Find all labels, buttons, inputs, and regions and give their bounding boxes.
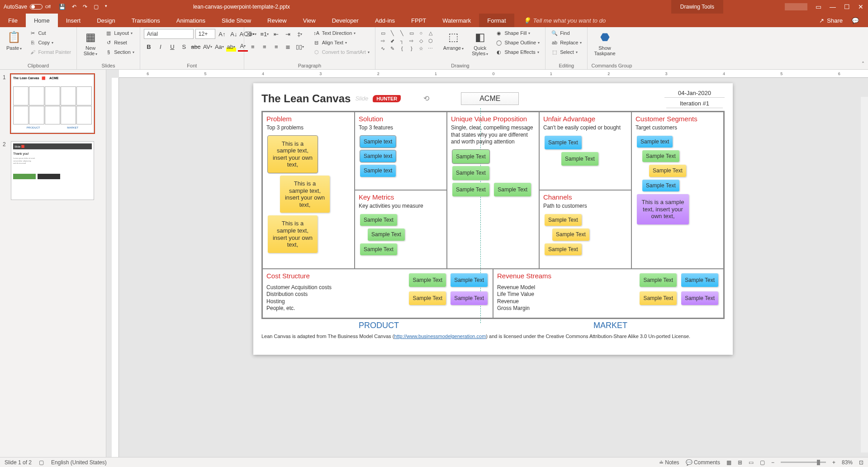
shape-curve-icon[interactable]: ∿ <box>379 45 387 52</box>
advantage-sticky-2[interactable]: Sample Text <box>561 152 598 166</box>
tab-fppt[interactable]: FPPT <box>403 14 434 27</box>
shape-star-icon[interactable]: ☆ <box>417 45 425 52</box>
indent-dec-icon[interactable]: ⇤ <box>271 29 281 39</box>
shape-tri-icon[interactable]: △ <box>427 30 435 36</box>
shape-arrow1-icon[interactable]: ⇨ <box>379 38 387 44</box>
tab-addins[interactable]: Add-ins <box>367 14 403 27</box>
present-icon[interactable]: ▢ <box>94 4 99 10</box>
quick-styles-button[interactable]: ◧Quick Styles <box>469 29 491 57</box>
tab-view[interactable]: View <box>295 14 324 27</box>
align-center-icon[interactable]: ≡ <box>260 42 270 52</box>
shape-fill-button[interactable]: ◉Shape Fill <box>493 29 541 37</box>
problem-sticky-1[interactable]: This is a sample text, insert your own t… <box>268 136 318 173</box>
shape-rect-icon[interactable]: ▭ <box>379 30 387 36</box>
section-button[interactable]: §Section <box>103 48 136 56</box>
tab-home[interactable]: Home <box>26 14 58 27</box>
uvp-sticky-1[interactable]: Sample Text <box>452 150 489 163</box>
align-text-button[interactable]: ⊟Align Text <box>311 38 371 47</box>
revenue-sticky-4[interactable]: Sample Text <box>681 291 718 305</box>
keymetrics-sticky-3[interactable]: Sample Text <box>360 243 397 255</box>
autosave-toggle[interactable]: AutoSave Off <box>0 4 54 10</box>
segments-sticky-1[interactable]: Sample text <box>637 136 673 148</box>
tab-watermark[interactable]: Watermark <box>434 14 479 27</box>
paste-button[interactable]: 📋 Paste <box>4 29 24 52</box>
segments-sticky-5[interactable]: This is a sample text, insert your own t… <box>637 194 689 224</box>
share-button[interactable]: ↗ Share 💬 <box>810 14 868 27</box>
channels-sticky-3[interactable]: Sample Text <box>545 243 582 255</box>
revenue-sticky-1[interactable]: Sample Text <box>640 273 677 287</box>
cost-sticky-4[interactable]: Sample Text <box>451 291 488 305</box>
strike-icon[interactable]: abc <box>191 42 201 52</box>
thumbnail-2[interactable]: 2 Slide 🟥 Thank you! Lorem ipsum dolor s… <box>3 141 103 200</box>
shape-line2-icon[interactable]: ╲ <box>398 30 406 36</box>
problem-sticky-2[interactable]: This is a sample text, insert your own t… <box>280 176 330 213</box>
thumbnail-1[interactable]: 1 The Lean Canvas 🟥 ACME PRODUCTMARKET <box>3 74 103 133</box>
keymetrics-sticky-1[interactable]: Sample Text <box>360 214 397 226</box>
channels-sticky-2[interactable]: Sample Text <box>552 229 589 240</box>
uvp-sticky-3[interactable]: Sample Text <box>452 183 489 196</box>
font-name-combo[interactable]: Arial <box>144 29 194 39</box>
collapse-ribbon-icon[interactable]: ˄ <box>862 61 864 67</box>
increase-font-icon[interactable]: A↑ <box>217 29 227 39</box>
cell-solution[interactable]: Solution Top 3 features Sample text Samp… <box>355 112 447 190</box>
shapes-gallery[interactable]: ▭╲╲▭○△ ⇨⬋┐⇨◇⬡ ∿✎{}☆⋯ <box>379 29 438 52</box>
tab-format[interactable]: Format <box>479 14 514 27</box>
user-badge[interactable] <box>785 3 807 10</box>
vertical-scrollbar[interactable] <box>861 97 868 453</box>
shape-outline-button[interactable]: ◯Shape Outline <box>493 38 541 47</box>
normal-view-icon[interactable]: ▦ <box>726 459 731 466</box>
cell-uvp[interactable]: Unique Value Proposition Single, clear, … <box>447 112 539 269</box>
cell-revenue[interactable]: Revenue Streams Revenue Model Life Time … <box>493 269 724 318</box>
autosave-switch[interactable] <box>30 4 43 10</box>
char-spacing-icon[interactable]: AV <box>203 42 213 52</box>
shape-arrow3-icon[interactable]: ⇨ <box>408 38 416 44</box>
bullets-icon[interactable]: ≡• <box>248 29 258 39</box>
qat-more-icon[interactable]: ▾ <box>105 4 107 10</box>
tab-review[interactable]: Review <box>259 14 295 27</box>
copy-button[interactable]: ⎘Copy <box>27 38 73 47</box>
slideshow-view-icon[interactable]: ▢ <box>760 459 765 466</box>
shadow-icon[interactable]: S <box>179 42 189 52</box>
slide-canvas[interactable]: The Lean Canvas Slide HUNTER ⟲ ACME 04-J… <box>253 83 733 355</box>
align-left-icon[interactable]: ≡ <box>248 42 258 52</box>
uvp-sticky-2[interactable]: Sample Text <box>452 166 489 180</box>
cell-keymetrics[interactable]: Key Metrics Key activities you measure S… <box>355 190 447 268</box>
shape-brace1-icon[interactable]: { <box>398 45 406 52</box>
cost-sticky-1[interactable]: Sample Text <box>409 273 446 287</box>
tab-transitions[interactable]: Transitions <box>123 14 168 27</box>
justify-icon[interactable]: ≣ <box>283 42 293 52</box>
accessibility-icon[interactable]: ▢ <box>39 459 44 466</box>
notes-button[interactable]: ≐ Notes <box>659 459 679 466</box>
zoom-out-icon[interactable]: − <box>771 459 774 466</box>
align-right-icon[interactable]: ≡ <box>271 42 281 52</box>
rotate-handle-header[interactable]: ⟲ <box>423 94 429 103</box>
footer-link[interactable]: http://www.businessmodelgeneration.com <box>394 334 486 339</box>
slide-count[interactable]: Slide 1 of 2 <box>5 459 32 466</box>
canvas-title[interactable]: The Lean Canvas <box>261 92 351 105</box>
maximize-icon[interactable]: ☐ <box>844 3 850 10</box>
solution-sticky-1[interactable]: Sample text <box>360 136 396 148</box>
fit-window-icon[interactable]: ⊡ <box>859 459 863 466</box>
decrease-font-icon[interactable]: A↓ <box>229 29 239 39</box>
bold-icon[interactable]: B <box>144 42 154 52</box>
zoom-in-icon[interactable]: + <box>832 459 835 466</box>
problem-sticky-3[interactable]: This is a sample text, insert your own t… <box>268 215 318 253</box>
tab-developer[interactable]: Developer <box>324 14 367 27</box>
uvp-sticky-4[interactable]: Sample Text <box>494 183 531 196</box>
tab-slideshow[interactable]: Slide Show <box>213 14 259 27</box>
cost-sticky-3[interactable]: Sample Text <box>409 291 446 305</box>
save-icon[interactable]: 💾 <box>59 4 66 10</box>
shape-hex-icon[interactable]: ⬡ <box>427 38 435 44</box>
show-taskpane-button[interactable]: ⬣Show Taskpane <box>591 29 618 57</box>
indent-inc-icon[interactable]: ⇥ <box>283 29 293 39</box>
shape-free-icon[interactable]: ✎ <box>389 45 397 52</box>
shape-arrow2-icon[interactable]: ⬋ <box>389 38 397 44</box>
solution-sticky-2[interactable]: Sample text <box>360 150 396 162</box>
layout-button[interactable]: ▥Layout <box>103 29 136 37</box>
text-direction-button[interactable]: ↕AText Direction <box>311 29 371 37</box>
slide-editor[interactable]: 6543210123456 The Lean Canvas Slide HUNT… <box>106 70 868 457</box>
underline-icon[interactable]: U <box>167 42 177 52</box>
cell-cost[interactable]: Cost Structure Customer Acquisition cost… <box>262 269 493 318</box>
reading-view-icon[interactable]: ▭ <box>749 459 754 466</box>
shape-more-icon[interactable]: ⋯ <box>427 45 435 52</box>
